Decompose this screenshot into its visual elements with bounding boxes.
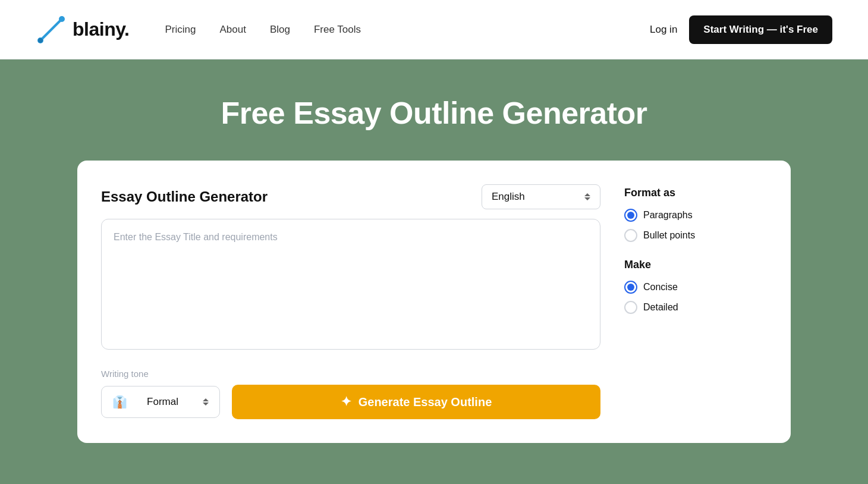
svg-line-2 [42,20,61,39]
radio-bullet-circle [624,229,637,242]
site-header: blainy. Pricing About Blog Free Tools Lo… [0,0,868,59]
hero-title: Free Essay Outline Generator [36,95,832,131]
svg-point-3 [38,38,43,43]
tone-chevron-icon [203,398,209,406]
nav-free-tools[interactable]: Free Tools [314,24,361,36]
right-section: Format as Paragraphs Bullet points Make [624,184,767,419]
logo-icon [36,14,67,45]
make-radio-group: Concise Detailed [624,281,767,314]
bottom-row: 👔 Formal ✦ Generate Essay Outline [101,385,600,419]
tone-value: Formal [147,396,178,408]
sparkle-icon: ✦ [341,394,351,410]
nav-blog[interactable]: Blog [270,24,290,36]
format-as-label: Format as [624,187,767,199]
language-value: English [492,191,525,203]
make-detailed-label: Detailed [643,302,678,313]
make-concise-label: Concise [643,282,678,293]
format-paragraphs[interactable]: Paragraphs [624,209,767,222]
nav-about[interactable]: About [219,24,246,36]
format-bullet-points[interactable]: Bullet points [624,229,767,242]
left-section: Essay Outline Generator English Writing … [101,184,600,419]
format-bullet-label: Bullet points [643,230,695,241]
generate-label: Generate Essay Outline [358,395,492,409]
card-title: Essay Outline Generator [101,188,268,205]
chevron-updown-icon [584,193,590,200]
start-writing-button[interactable]: Start Writing — it's Free [689,15,832,44]
make-concise[interactable]: Concise [624,281,767,294]
nav-pricing[interactable]: Pricing [165,24,196,36]
generator-card: Essay Outline Generator English Writing … [77,161,791,443]
radio-detailed-circle [624,301,637,314]
format-paragraphs-label: Paragraphs [643,210,693,221]
login-button[interactable]: Log in [650,24,677,36]
tone-select[interactable]: 👔 Formal [101,386,220,418]
card-top: Essay Outline Generator English [101,184,600,209]
logo-link[interactable]: blainy. [36,14,129,45]
header-actions: Log in Start Writing — it's Free [650,15,832,44]
card-body: Essay Outline Generator English Writing … [101,184,767,419]
logo-text: blainy. [73,18,129,40]
radio-concise-circle [624,281,637,294]
radio-paragraphs-circle [624,209,637,222]
essay-textarea[interactable] [101,219,600,350]
make-detailed[interactable]: Detailed [624,301,767,314]
make-label: Make [624,259,767,271]
generate-button[interactable]: ✦ Generate Essay Outline [232,385,600,419]
writing-tone-label: Writing tone [101,369,600,379]
hero-section: Free Essay Outline Generator Essay Outli… [0,59,868,484]
tone-icon: 👔 [112,395,127,409]
main-nav: Pricing About Blog Free Tools [165,24,650,36]
language-select[interactable]: English [482,184,600,209]
format-radio-group: Paragraphs Bullet points [624,209,767,242]
